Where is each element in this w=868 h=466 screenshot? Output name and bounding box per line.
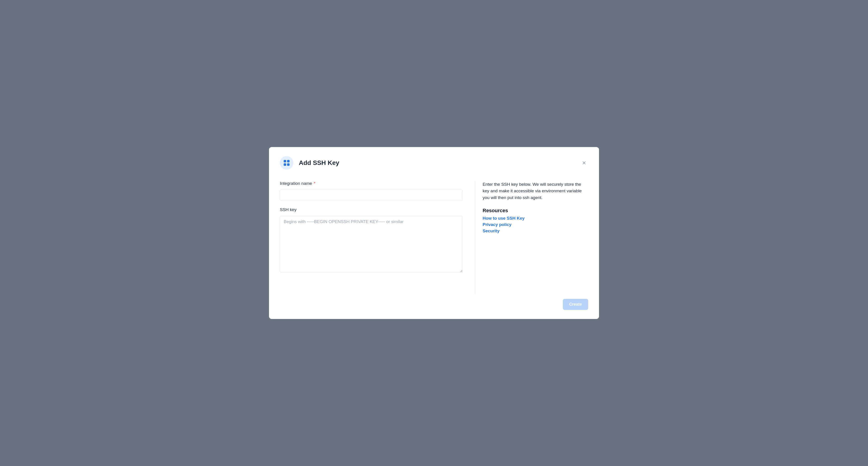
header-left: Add SSH Key	[280, 156, 339, 170]
create-button[interactable]: Create	[563, 299, 588, 310]
add-ssh-key-modal: Add SSH Key Integration name * SSH key	[269, 147, 599, 319]
ssh-key-field: SSH key	[280, 207, 463, 273]
resource-link-security[interactable]: Security	[483, 229, 588, 233]
app-grid-icon	[280, 156, 293, 170]
ssh-key-textarea[interactable]	[280, 216, 463, 272]
side-description: Enter the SSH key below. We will securel…	[483, 181, 588, 201]
ssh-key-label: SSH key	[280, 207, 463, 212]
integration-name-label: Integration name *	[280, 181, 463, 186]
close-button[interactable]	[580, 159, 588, 167]
modal-title: Add SSH Key	[299, 159, 339, 167]
integration-name-field: Integration name *	[280, 181, 463, 201]
integration-name-label-text: Integration name	[280, 181, 312, 186]
resource-link-privacy[interactable]: Privacy policy	[483, 222, 588, 227]
modal-header: Add SSH Key	[269, 147, 599, 170]
integration-name-input[interactable]	[280, 190, 463, 201]
modal-footer: Create	[269, 299, 599, 319]
resources-heading: Resources	[483, 208, 588, 213]
side-column: Enter the SSH key below. We will securel…	[475, 181, 588, 294]
resource-link-how-to-use[interactable]: How to use SSH Key	[483, 216, 588, 221]
modal-body: Integration name * SSH key Enter the SSH…	[269, 170, 599, 299]
close-icon	[582, 161, 586, 165]
required-mark: *	[314, 181, 315, 186]
form-column: Integration name * SSH key	[280, 181, 475, 294]
